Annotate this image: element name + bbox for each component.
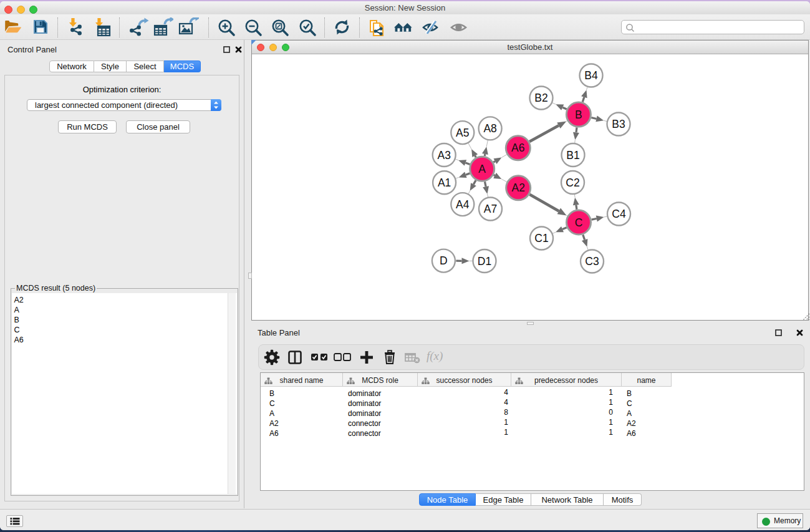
svg-text:B4: B4 [584,69,598,82]
svg-text:B3: B3 [612,118,625,130]
svg-text:A4: A4 [456,198,470,211]
svg-text:C2: C2 [566,177,579,189]
svg-text:D1: D1 [478,255,491,268]
svg-text:C3: C3 [585,255,599,268]
svg-text:A8: A8 [483,122,496,135]
svg-text:B1: B1 [566,149,579,162]
svg-text:C: C [575,216,583,229]
svg-text:B: B [575,109,582,121]
svg-text:A6: A6 [511,142,524,154]
svg-text:A: A [478,163,486,175]
svg-text:D: D [440,254,448,267]
svg-text:A2: A2 [511,181,524,194]
svg-text:A1: A1 [438,177,451,189]
svg-text:A5: A5 [456,127,469,139]
svg-text:C4: C4 [612,208,626,220]
svg-text:B2: B2 [534,92,547,104]
svg-text:A3: A3 [437,149,450,162]
svg-text:A7: A7 [484,203,497,215]
svg-text:C1: C1 [534,232,548,244]
